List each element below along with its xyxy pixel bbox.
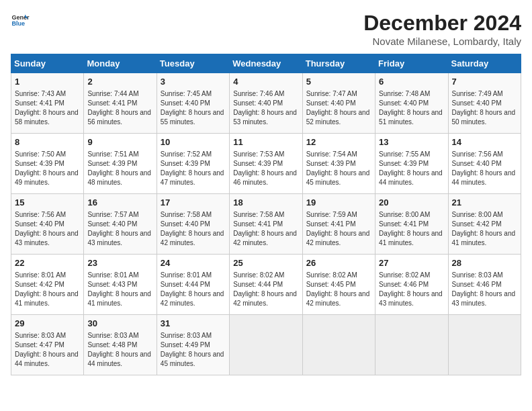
- calendar-cell: 19 Sunrise: 7:59 AM Sunset: 4:41 PM Dayl…: [302, 194, 375, 255]
- calendar-cell: 12 Sunrise: 7:54 AM Sunset: 4:39 PM Dayl…: [302, 134, 375, 194]
- cell-info: Sunrise: 7:58 AM Sunset: 4:40 PM Dayligh…: [161, 210, 226, 248]
- day-number: 20: [379, 197, 444, 209]
- cell-info: Sunrise: 8:01 AM Sunset: 4:44 PM Dayligh…: [161, 271, 226, 308]
- day-number: 7: [452, 76, 517, 88]
- day-number: 23: [87, 257, 152, 269]
- day-number: 17: [161, 197, 226, 209]
- header-day-tuesday: Tuesday: [157, 54, 229, 73]
- calendar-cell: 5 Sunrise: 7:47 AM Sunset: 4:40 PM Dayli…: [302, 73, 375, 134]
- cell-info: Sunrise: 8:01 AM Sunset: 4:42 PM Dayligh…: [15, 271, 80, 308]
- cell-info: Sunrise: 8:03 AM Sunset: 4:49 PM Dayligh…: [161, 331, 226, 369]
- day-number: 27: [379, 257, 444, 269]
- cell-info: Sunrise: 7:52 AM Sunset: 4:39 PM Dayligh…: [161, 150, 226, 187]
- calendar-cell: 9 Sunrise: 7:51 AM Sunset: 4:39 PM Dayli…: [84, 134, 157, 194]
- calendar-cell: [302, 315, 375, 375]
- header: General Blue December 2024 Novate Milane…: [11, 11, 521, 47]
- cell-info: Sunrise: 7:55 AM Sunset: 4:39 PM Dayligh…: [379, 150, 444, 187]
- day-number: 29: [15, 318, 80, 330]
- calendar-cell: 7 Sunrise: 7:49 AM Sunset: 4:40 PM Dayli…: [448, 73, 521, 134]
- day-number: 5: [306, 76, 371, 88]
- cell-info: Sunrise: 7:59 AM Sunset: 4:41 PM Dayligh…: [306, 210, 371, 248]
- calendar-cell: 10 Sunrise: 7:52 AM Sunset: 4:39 PM Dayl…: [157, 134, 229, 194]
- calendar-cell: 22 Sunrise: 8:01 AM Sunset: 4:42 PM Dayl…: [11, 255, 84, 315]
- cell-info: Sunrise: 7:47 AM Sunset: 4:40 PM Dayligh…: [306, 89, 371, 127]
- day-number: 2: [87, 76, 152, 88]
- calendar-cell: 15 Sunrise: 7:56 AM Sunset: 4:40 PM Dayl…: [11, 194, 84, 255]
- calendar-cell: 2 Sunrise: 7:44 AM Sunset: 4:41 PM Dayli…: [84, 73, 157, 134]
- cell-info: Sunrise: 8:03 AM Sunset: 4:48 PM Dayligh…: [87, 331, 152, 369]
- day-number: 6: [379, 76, 444, 88]
- calendar-cell: 11 Sunrise: 7:53 AM Sunset: 4:39 PM Dayl…: [230, 134, 302, 194]
- calendar-table: SundayMondayTuesdayWednesdayThursdayFrid…: [11, 54, 521, 375]
- calendar-cell: 27 Sunrise: 8:02 AM Sunset: 4:46 PM Dayl…: [375, 255, 448, 315]
- cell-info: Sunrise: 7:48 AM Sunset: 4:40 PM Dayligh…: [379, 89, 444, 127]
- main-title: December 2024: [363, 11, 521, 36]
- calendar-header-row: SundayMondayTuesdayWednesdayThursdayFrid…: [11, 54, 521, 73]
- calendar-cell: 21 Sunrise: 8:00 AM Sunset: 4:42 PM Dayl…: [448, 194, 521, 255]
- calendar-cell: 29 Sunrise: 8:03 AM Sunset: 4:47 PM Dayl…: [11, 315, 84, 375]
- day-number: 4: [233, 76, 298, 88]
- day-number: 10: [161, 136, 226, 148]
- day-number: 8: [15, 136, 80, 148]
- calendar-week-4: 22 Sunrise: 8:01 AM Sunset: 4:42 PM Dayl…: [11, 255, 521, 315]
- day-number: 15: [15, 197, 80, 209]
- day-number: 16: [87, 197, 152, 209]
- day-number: 12: [306, 136, 371, 148]
- day-number: 25: [233, 257, 298, 269]
- calendar-cell: 3 Sunrise: 7:45 AM Sunset: 4:40 PM Dayli…: [157, 73, 229, 134]
- calendar-cell: 28 Sunrise: 8:03 AM Sunset: 4:46 PM Dayl…: [448, 255, 521, 315]
- calendar-cell: 26 Sunrise: 8:02 AM Sunset: 4:45 PM Dayl…: [302, 255, 375, 315]
- cell-info: Sunrise: 7:56 AM Sunset: 4:40 PM Dayligh…: [15, 210, 80, 248]
- calendar-cell: 14 Sunrise: 7:56 AM Sunset: 4:40 PM Dayl…: [448, 134, 521, 194]
- calendar-week-5: 29 Sunrise: 8:03 AM Sunset: 4:47 PM Dayl…: [11, 315, 521, 375]
- day-number: 3: [161, 76, 226, 88]
- cell-info: Sunrise: 8:02 AM Sunset: 4:45 PM Dayligh…: [306, 271, 371, 308]
- calendar-cell: 16 Sunrise: 7:57 AM Sunset: 4:40 PM Dayl…: [84, 194, 157, 255]
- header-day-monday: Monday: [84, 54, 157, 73]
- cell-info: Sunrise: 7:46 AM Sunset: 4:40 PM Dayligh…: [233, 89, 298, 127]
- day-number: 9: [87, 136, 152, 148]
- calendar-cell: 1 Sunrise: 7:43 AM Sunset: 4:41 PM Dayli…: [11, 73, 84, 134]
- calendar-cell: 13 Sunrise: 7:55 AM Sunset: 4:39 PM Dayl…: [375, 134, 448, 194]
- day-number: 22: [15, 257, 80, 269]
- day-number: 21: [452, 197, 517, 209]
- cell-info: Sunrise: 7:49 AM Sunset: 4:40 PM Dayligh…: [452, 89, 517, 127]
- day-number: 26: [306, 257, 371, 269]
- cell-info: Sunrise: 7:57 AM Sunset: 4:40 PM Dayligh…: [87, 210, 152, 248]
- cell-info: Sunrise: 8:02 AM Sunset: 4:46 PM Dayligh…: [379, 271, 444, 308]
- subtitle: Novate Milanese, Lombardy, Italy: [363, 36, 521, 47]
- cell-info: Sunrise: 7:58 AM Sunset: 4:41 PM Dayligh…: [233, 210, 298, 248]
- title-area: December 2024 Novate Milanese, Lombardy,…: [363, 11, 521, 47]
- calendar-cell: 4 Sunrise: 7:46 AM Sunset: 4:40 PM Dayli…: [230, 73, 302, 134]
- calendar-cell: 31 Sunrise: 8:03 AM Sunset: 4:49 PM Dayl…: [157, 315, 229, 375]
- day-number: 19: [306, 197, 371, 209]
- calendar-cell: 6 Sunrise: 7:48 AM Sunset: 4:40 PM Dayli…: [375, 73, 448, 134]
- cell-info: Sunrise: 8:00 AM Sunset: 4:41 PM Dayligh…: [379, 210, 444, 248]
- calendar-cell: 18 Sunrise: 7:58 AM Sunset: 4:41 PM Dayl…: [230, 194, 302, 255]
- calendar-week-1: 1 Sunrise: 7:43 AM Sunset: 4:41 PM Dayli…: [11, 73, 521, 134]
- day-number: 11: [233, 136, 298, 148]
- cell-info: Sunrise: 7:45 AM Sunset: 4:40 PM Dayligh…: [161, 89, 226, 127]
- cell-info: Sunrise: 7:43 AM Sunset: 4:41 PM Dayligh…: [15, 89, 80, 127]
- day-number: 31: [161, 318, 226, 330]
- day-number: 14: [452, 136, 517, 148]
- cell-info: Sunrise: 7:50 AM Sunset: 4:39 PM Dayligh…: [15, 150, 80, 187]
- calendar-cell: [448, 315, 521, 375]
- day-number: 13: [379, 136, 444, 148]
- calendar-cell: [375, 315, 448, 375]
- logo-icon: General Blue: [11, 11, 30, 30]
- calendar-cell: [230, 315, 302, 375]
- day-number: 18: [233, 197, 298, 209]
- calendar-cell: 30 Sunrise: 8:03 AM Sunset: 4:48 PM Dayl…: [84, 315, 157, 375]
- calendar-week-3: 15 Sunrise: 7:56 AM Sunset: 4:40 PM Dayl…: [11, 194, 521, 255]
- cell-info: Sunrise: 8:02 AM Sunset: 4:44 PM Dayligh…: [233, 271, 298, 308]
- cell-info: Sunrise: 7:44 AM Sunset: 4:41 PM Dayligh…: [87, 89, 152, 127]
- day-number: 24: [161, 257, 226, 269]
- cell-info: Sunrise: 7:53 AM Sunset: 4:39 PM Dayligh…: [233, 150, 298, 187]
- header-day-saturday: Saturday: [448, 54, 521, 73]
- day-number: 30: [87, 318, 152, 330]
- calendar-cell: 24 Sunrise: 8:01 AM Sunset: 4:44 PM Dayl…: [157, 255, 229, 315]
- calendar-cell: 20 Sunrise: 8:00 AM Sunset: 4:41 PM Dayl…: [375, 194, 448, 255]
- calendar-week-2: 8 Sunrise: 7:50 AM Sunset: 4:39 PM Dayli…: [11, 134, 521, 194]
- calendar-cell: 25 Sunrise: 8:02 AM Sunset: 4:44 PM Dayl…: [230, 255, 302, 315]
